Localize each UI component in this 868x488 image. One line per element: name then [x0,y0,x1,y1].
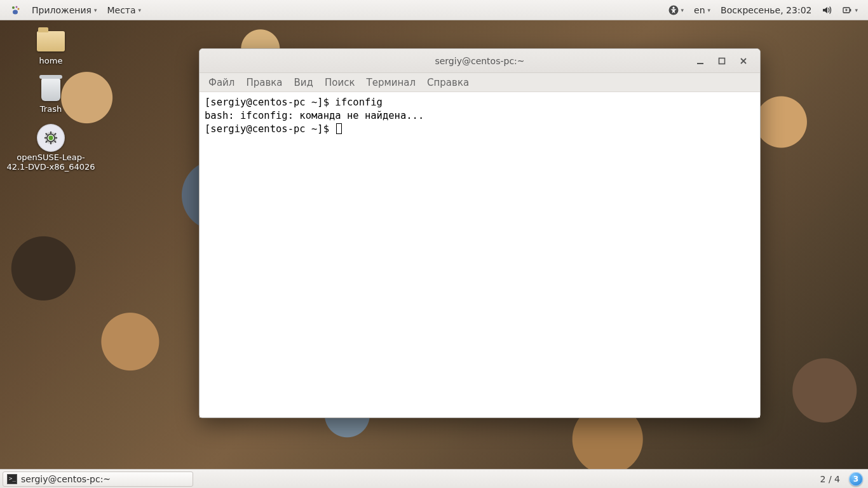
svg-rect-13 [45,133,48,135]
svg-point-8 [48,135,53,140]
maximize-icon [718,57,726,65]
accessibility-icon [668,5,679,15]
folder-icon [36,29,66,54]
places-label: Места [107,5,135,15]
minimize-button[interactable] [694,55,707,67]
menu-help[interactable]: Справка [427,77,469,88]
svg-rect-12 [55,137,57,139]
menu-file[interactable]: Файл [208,77,234,88]
terminal-menubar: Файл Правка Вид Поиск Терминал Справка [200,73,760,92]
clock[interactable]: Воскресенье, 23:02 [715,0,817,20]
notification-count: 3 [853,475,858,484]
chevron-down-icon: ▾ [681,7,684,13]
minimize-icon [696,57,704,65]
workspace-text: 2 / 4 [820,474,840,484]
svg-point-1 [16,6,18,8]
notification-badge[interactable]: 3 [849,472,863,486]
terminal-prompt: [sergiy@centos-pc ~]$ [205,123,335,135]
menu-edit[interactable]: Правка [246,77,282,88]
desktop-icon-iso[interactable]: openSUSE-Leap-42.1-DVD-x86_64026 [6,125,95,172]
svg-rect-15 [45,140,48,143]
terminal-body[interactable]: [sergiy@centos-pc ~]$ ifconfig bash: ifc… [200,92,760,417]
trash-icon [36,77,66,102]
window-titlebar[interactable]: sergiy@centos-pc:~ [200,49,760,73]
chevron-down-icon: ▾ [855,7,858,13]
applications-menu[interactable]: Приложения ▾ [27,0,102,20]
menu-terminal[interactable]: Терминал [366,77,416,88]
close-icon [740,57,747,65]
gear-icon [44,131,58,145]
desktop-icon-label: Trash [40,104,62,114]
maximize-button[interactable] [715,55,728,67]
volume-icon [822,5,832,15]
window-title: sergiy@centos-pc:~ [435,56,524,66]
taskbar-item-terminal[interactable]: sergiy@centos-pc:~ [3,471,193,487]
terminal-cursor [336,123,342,134]
menu-view[interactable]: Вид [294,77,313,88]
optical-disc-icon [36,125,66,151]
desktop-icon-trash[interactable]: Trash [6,77,95,114]
window-controls [694,49,756,72]
bottom-panel: sergiy@centos-pc:~ 2 / 4 3 [0,469,868,488]
svg-rect-7 [850,9,851,11]
volume-menu[interactable] [817,0,837,20]
places-menu[interactable]: Места ▾ [102,0,146,20]
svg-rect-9 [50,132,51,134]
accessibility-menu[interactable]: ▾ [663,0,689,20]
gnome-foot-icon [10,4,22,16]
desktop-icon-home[interactable]: home [6,29,95,65]
top-panel: Приложения ▾ Места ▾ ▾ en ▾ Воскресенье,… [0,0,868,20]
battery-charging-icon [842,5,852,15]
desktop-icon-label: openSUSE-Leap-42.1-DVD-x86_64026 [6,152,95,172]
menu-search[interactable]: Поиск [325,77,355,88]
terminal-line: [sergiy@centos-pc ~]$ ifconfig [205,97,383,108]
chevron-down-icon: ▾ [139,7,142,13]
terminal-icon [7,474,17,484]
keyboard-layout-menu[interactable]: en ▾ [689,0,715,20]
svg-rect-14 [54,140,57,143]
chevron-down-icon: ▾ [94,7,97,13]
close-button[interactable] [737,55,750,67]
svg-point-3 [13,10,18,14]
svg-rect-19 [719,58,725,64]
svg-rect-10 [50,142,51,144]
svg-point-2 [18,8,20,10]
desktop-icon-label: home [39,56,63,65]
workspace-indicator[interactable]: 2 / 4 [814,474,846,484]
clock-label: Воскресенье, 23:02 [721,5,811,15]
svg-rect-18 [697,63,703,64]
applications-label: Приложения [32,5,92,15]
gnome-logo[interactable] [5,0,27,20]
svg-rect-16 [54,133,57,135]
desktop-icons: home Trash openSUSE-Leap-42.1-DVD-x86_64… [6,29,95,172]
svg-point-5 [672,6,674,8]
terminal-window: sergiy@centos-pc:~ Файл Правка Вид Поиск… [199,48,761,418]
svg-rect-11 [44,137,47,139]
chevron-down-icon: ▾ [708,7,711,13]
keyboard-layout-label: en [694,5,705,15]
taskbar-item-label: sergiy@centos-pc:~ [21,474,111,484]
terminal-line: bash: ifconfig: команда не найдена... [205,110,424,121]
svg-point-0 [12,6,15,9]
battery-menu[interactable]: ▾ [837,0,863,20]
